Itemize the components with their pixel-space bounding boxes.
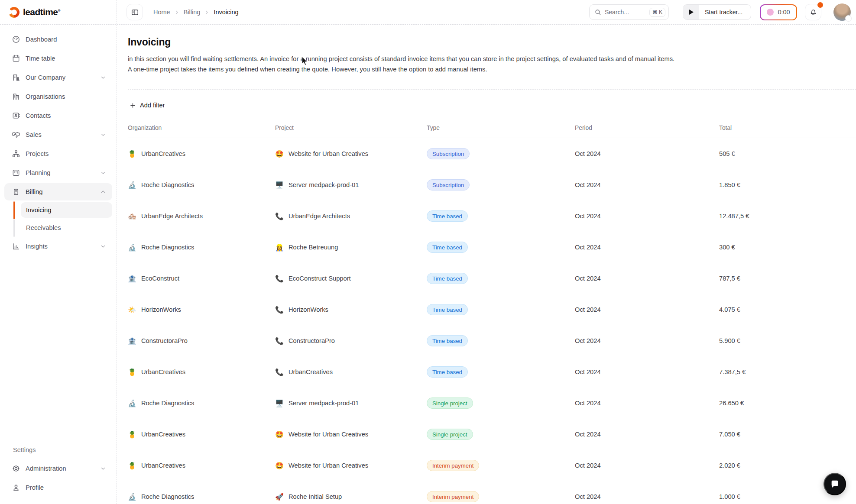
invoice-table: Organization Project Type Period Total 🍍… bbox=[128, 125, 856, 504]
total-cell: 26.650 € bbox=[719, 400, 856, 407]
table-row[interactable]: 🔬Roche Diagnostics🖥️Server medpack-prod-… bbox=[128, 388, 856, 419]
sidebar-item-label: Planning bbox=[26, 169, 51, 176]
type-badge: Interim payment bbox=[427, 491, 479, 502]
table-row[interactable]: 🍍UrbanCreatives🤩Website for Urban Creati… bbox=[128, 138, 856, 169]
organization-cell: 🍍UrbanCreatives bbox=[128, 368, 275, 376]
sidebar-item-time-table[interactable]: Time table bbox=[4, 50, 112, 67]
houses-emoji: 🏘️ bbox=[128, 212, 136, 220]
type-badge: Time based bbox=[427, 242, 468, 253]
chevron-right-icon bbox=[204, 10, 210, 15]
type-badge: Time based bbox=[427, 335, 468, 346]
table-row[interactable]: 🏦EcoConstruct📞EcoConstruct SupportTime b… bbox=[128, 263, 856, 294]
type-badge: Time based bbox=[427, 210, 468, 222]
chart-icon bbox=[12, 242, 20, 251]
bell-icon bbox=[809, 8, 817, 16]
table-row[interactable]: 🌤️HorizonWorks📞HorizonWorksTime basedOct… bbox=[128, 294, 856, 325]
add-filter-button[interactable]: Add filter bbox=[128, 99, 167, 112]
sidebar-item-sales[interactable]: Sales bbox=[4, 126, 112, 143]
pineapple-emoji: 🍍 bbox=[128, 462, 136, 470]
sun-behind-cloud-emoji: 🌤️ bbox=[128, 306, 136, 314]
breadcrumb-billing[interactable]: Billing bbox=[184, 9, 201, 16]
project-cell: 📞ConstructoraPro bbox=[275, 337, 427, 345]
table-header: Organization Project Type Period Total bbox=[128, 125, 856, 138]
table-row[interactable]: 🍍UrbanCreatives🤩Website for Urban Creati… bbox=[128, 419, 856, 450]
total-cell: 12.487,5 € bbox=[719, 213, 856, 220]
timer-pill[interactable]: 0:00 bbox=[760, 4, 797, 20]
total-cell: 2.020 € bbox=[719, 462, 856, 469]
period-cell: Oct 2024 bbox=[575, 431, 719, 438]
organization-name: EcoConstruct bbox=[141, 275, 179, 282]
project-cell: 📞UrbanCreatives bbox=[275, 368, 427, 376]
table-row[interactable]: 🍍UrbanCreatives📞UrbanCreativesTime based… bbox=[128, 356, 856, 388]
start-tracker-button[interactable]: Start tracker... bbox=[683, 4, 751, 20]
table-row[interactable]: 🏦ConstructoraPro📞ConstructoraProTime bas… bbox=[128, 325, 856, 356]
desktop-computer-emoji: 🖥️ bbox=[275, 399, 284, 407]
star-struck-emoji: 🤩 bbox=[275, 150, 284, 158]
microscope-emoji: 🔬 bbox=[128, 399, 136, 407]
gear-icon bbox=[12, 464, 20, 473]
sidebar-item-contacts[interactable]: Contacts bbox=[4, 107, 112, 124]
table-row[interactable]: 🍍UrbanCreatives🤩Website for Urban Creati… bbox=[128, 450, 856, 481]
play-icon[interactable] bbox=[683, 5, 699, 19]
sidebar-subitem-receivables[interactable]: Receivables bbox=[21, 220, 112, 236]
page-title: Invoicing bbox=[128, 36, 856, 48]
filter-bar: Add filter bbox=[128, 90, 856, 112]
receipt-icon bbox=[12, 187, 20, 196]
sidebar-subitem-invoicing[interactable]: Invoicing bbox=[21, 202, 112, 218]
organization-cell: 🔬Roche Diagnostics bbox=[128, 399, 275, 407]
type-badge: Subscription bbox=[427, 179, 470, 191]
chat-bubble-icon bbox=[830, 479, 840, 489]
sidebar-subitem-label: Receivables bbox=[26, 224, 61, 231]
table-row[interactable]: 🔬Roche Diagnostics👷‍♀️Roche BetreuungTim… bbox=[128, 232, 856, 263]
sidebar-item-planning[interactable]: Planning bbox=[4, 164, 112, 181]
type-badge: Single project bbox=[427, 397, 473, 409]
notifications-button[interactable] bbox=[805, 4, 821, 20]
period-cell: Oct 2024 bbox=[575, 150, 719, 157]
project-name: Server medpack-prod-01 bbox=[289, 400, 359, 407]
type-cell: Time based bbox=[427, 210, 575, 222]
table-row[interactable]: 🔬Roche Diagnostics🚀Roche Initial SetupIn… bbox=[128, 481, 856, 504]
total-cell: 787,5 € bbox=[719, 275, 856, 282]
organization-cell: 🌤️HorizonWorks bbox=[128, 306, 275, 314]
search-placeholder: Search... bbox=[605, 9, 629, 16]
chat-widget-button[interactable] bbox=[824, 473, 846, 495]
sidebar-item-label: Sales bbox=[26, 131, 42, 138]
type-cell: Interim payment bbox=[427, 460, 575, 471]
project-name: Website for Urban Creatives bbox=[289, 150, 368, 157]
organization-name: Roche Diagnostics bbox=[141, 181, 194, 188]
table-row[interactable]: 🏘️UrbanEdge Architects📞UrbanEdge Archite… bbox=[128, 200, 856, 232]
total-cell: 4.075 € bbox=[719, 306, 856, 313]
sidebar-toggle-button[interactable] bbox=[126, 4, 143, 20]
calendar-icon bbox=[12, 54, 20, 63]
breadcrumb-current: Invoicing bbox=[214, 9, 238, 16]
sidebar-item-organisations[interactable]: Organisations bbox=[4, 88, 112, 105]
project-cell: 👷‍♀️Roche Betreuung bbox=[275, 243, 427, 252]
sidebar-item-billing[interactable]: Billing bbox=[4, 183, 112, 200]
organization-cell: 🍍UrbanCreatives bbox=[128, 462, 275, 470]
organization-name: ConstructoraPro bbox=[141, 337, 188, 344]
breadcrumb-home[interactable]: Home bbox=[153, 9, 170, 16]
sidebar-item-label: Organisations bbox=[26, 93, 65, 100]
buildings-icon bbox=[12, 92, 20, 101]
period-cell: Oct 2024 bbox=[575, 181, 719, 188]
start-tracker-label: Start tracker... bbox=[699, 9, 743, 16]
project-cell: 📞UrbanEdge Architects bbox=[275, 212, 427, 220]
table-row[interactable]: 🔬Roche Diagnostics🖥️Server medpack-prod-… bbox=[128, 169, 856, 200]
type-badge: Interim payment bbox=[427, 460, 479, 471]
page-description: in this section you will find waiting se… bbox=[128, 54, 680, 74]
search-input[interactable]: Search... ⌘ K bbox=[589, 4, 669, 20]
user-avatar[interactable] bbox=[833, 3, 851, 21]
organization-name: HorizonWorks bbox=[141, 306, 181, 313]
timer-dot-icon bbox=[767, 9, 774, 16]
sidebar-item-administration[interactable]: Administration bbox=[4, 460, 112, 477]
sidebar-item-dashboard[interactable]: Dashboard bbox=[4, 31, 112, 48]
phone-receiver-emoji: 📞 bbox=[275, 212, 284, 220]
sidebar-item-profile[interactable]: Profile bbox=[4, 479, 112, 496]
organization-cell: 🏦ConstructoraPro bbox=[128, 337, 275, 345]
sidebar-item-label: Profile bbox=[26, 484, 44, 491]
woman-construction-worker-emoji: 👷‍♀️ bbox=[275, 243, 284, 252]
chevron-up-icon bbox=[100, 189, 106, 195]
sidebar-item-our-company[interactable]: Our Company bbox=[4, 69, 112, 86]
sidebar-item-insights[interactable]: Insights bbox=[4, 238, 112, 255]
sidebar-item-projects[interactable]: Projects bbox=[4, 145, 112, 162]
